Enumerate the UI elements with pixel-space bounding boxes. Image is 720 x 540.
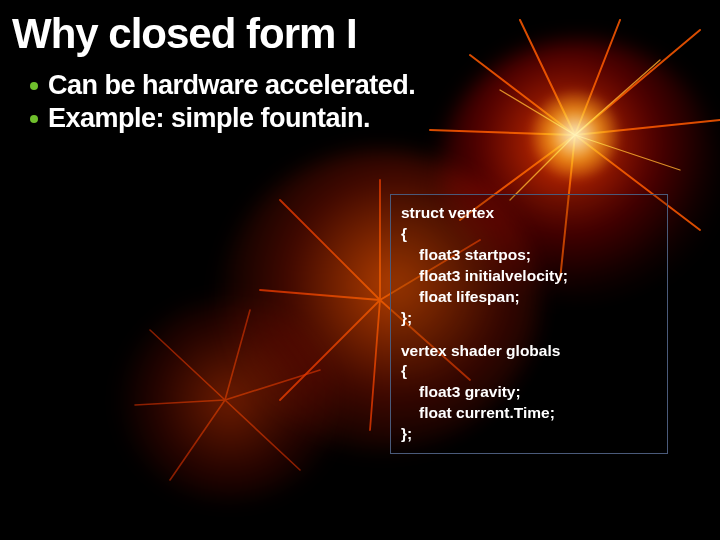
list-item: Example: simple fountain. [30, 103, 720, 134]
code-line: vertex shader globals [401, 341, 657, 362]
svg-line-19 [370, 300, 380, 430]
bullet-icon [30, 115, 38, 123]
code-line: float3 gravity; [401, 382, 657, 403]
svg-line-23 [225, 310, 250, 400]
code-line: float current.Time; [401, 403, 657, 424]
code-line: struct vertex [401, 203, 657, 224]
bullet-text: Can be hardware accelerated. [48, 70, 415, 101]
code-line: float3 startpos; [401, 245, 657, 266]
bullet-icon [30, 82, 38, 90]
code-line: { [401, 361, 657, 382]
code-block-globals: vertex shader globals { float3 gravity; … [401, 341, 657, 446]
code-line: { [401, 224, 657, 245]
bullet-text: Example: simple fountain. [48, 103, 370, 134]
svg-line-20 [150, 330, 225, 400]
svg-line-15 [280, 300, 380, 400]
slide-title: Why closed form I [0, 0, 720, 64]
code-line: float3 initialvelocity; [401, 266, 657, 287]
svg-line-11 [510, 135, 575, 200]
svg-line-13 [280, 200, 380, 300]
svg-line-21 [135, 400, 225, 405]
code-block-struct: struct vertex { float3 startpos; float3 … [401, 203, 657, 329]
code-line: }; [401, 308, 657, 329]
svg-line-24 [225, 370, 320, 400]
svg-line-14 [260, 290, 380, 300]
svg-line-25 [225, 400, 300, 470]
code-line: float lifespan; [401, 287, 657, 308]
list-item: Can be hardware accelerated. [30, 70, 720, 101]
code-box: struct vertex { float3 startpos; float3 … [390, 194, 668, 454]
bullet-list: Can be hardware accelerated. Example: si… [0, 64, 720, 134]
svg-line-22 [170, 400, 225, 480]
svg-line-10 [575, 135, 680, 170]
slide: Why closed form I Can be hardware accele… [0, 0, 720, 540]
code-line: }; [401, 424, 657, 445]
